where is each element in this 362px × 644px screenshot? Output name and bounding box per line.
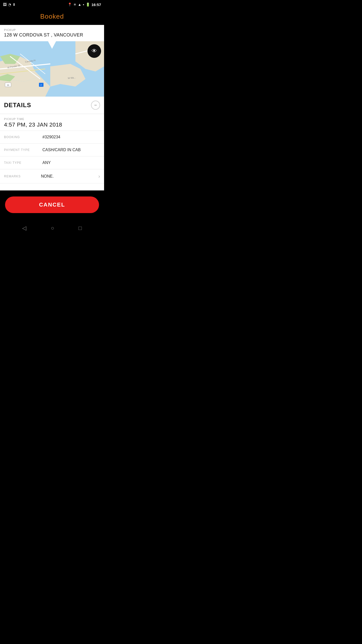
remarks-row[interactable]: REMARKS NONE. ›: [0, 169, 104, 183]
pickup-address: 128 W CORDOVA ST , VANCOUVER: [4, 32, 100, 38]
download-icon: ⬇: [13, 3, 16, 7]
collapse-icon: −: [94, 103, 97, 107]
svg-text:P: P: [40, 84, 42, 86]
collapse-button[interactable]: −: [91, 101, 100, 110]
remarks-value: NONE.: [41, 174, 96, 179]
pickup-section: PICKUP 128 W CORDOVA ST , VANCOUVER: [0, 25, 104, 41]
image-icon: 🖼: [3, 3, 7, 7]
status-icons-left: 🖼 ◔ ⬇: [3, 3, 16, 7]
app-title: Booked: [40, 13, 64, 20]
cancel-section: CANCEL: [0, 190, 104, 221]
booking-row: BOOKING #3290234: [0, 131, 104, 144]
svg-text:99: 99: [7, 84, 9, 86]
payment-type-value: CASH/CARD IN CAB: [42, 148, 100, 152]
recent-apps-icon: □: [78, 225, 82, 231]
main-content: PICKUP 128 W CORDOVA ST , VANCOUVER W Pe…: [0, 25, 104, 190]
location-icon: 📍: [68, 3, 72, 7]
clock-icon: ◔: [8, 3, 11, 7]
pickup-time-value: 4:57 PM, 23 JAN 2018: [4, 122, 100, 128]
details-title: DETAILS: [4, 102, 31, 109]
eye-button[interactable]: 👁: [87, 44, 101, 58]
remarks-label: REMARKS: [4, 175, 41, 178]
payment-type-label: PAYMENT TYPE: [4, 148, 42, 152]
taxi-type-row: TAXI TYPE ANY: [0, 156, 104, 169]
booking-value: #3290234: [42, 135, 100, 139]
home-icon: ○: [51, 225, 54, 231]
wifi-icon: ▲: [78, 3, 81, 7]
eye-icon: 👁: [92, 48, 97, 54]
status-bar: 🖼 ◔ ⬇ 📍 ✳ ▲ ▪ 🔋 16:57: [0, 0, 104, 9]
pickup-time-label: PICKUP TIME: [4, 117, 100, 120]
booking-label: BOOKING: [4, 135, 42, 139]
chevron-right-icon: ›: [98, 173, 100, 179]
map-container: W Pender St Canada Pl W Wa... 99 P 👁: [0, 41, 104, 97]
status-icons-right: 📍 ✳ ▲ ▪ 🔋 16:57: [68, 3, 101, 7]
nav-bar: ◁ ○ □: [0, 221, 104, 236]
status-time: 16:57: [92, 3, 101, 7]
back-icon: ◁: [22, 225, 26, 231]
recent-apps-button[interactable]: □: [78, 225, 82, 231]
pickup-time-section: PICKUP TIME 4:57 PM, 23 JAN 2018: [0, 114, 104, 131]
battery-icon: 🔋: [86, 3, 90, 7]
app-header: Booked: [0, 9, 104, 25]
home-button[interactable]: ○: [51, 225, 54, 231]
map-pin: [48, 41, 56, 49]
pickup-label: PICKUP: [4, 28, 100, 31]
payment-type-row: PAYMENT TYPE CASH/CARD IN CAB: [0, 144, 104, 156]
bluetooth-icon: ✳: [73, 3, 76, 7]
details-header: DETAILS −: [0, 97, 104, 114]
bottom-arrow-container: [0, 183, 104, 190]
taxi-type-label: TAXI TYPE: [4, 161, 42, 165]
cancel-button[interactable]: CANCEL: [5, 196, 99, 213]
back-button[interactable]: ◁: [22, 225, 26, 231]
taxi-type-value: ANY: [42, 160, 100, 165]
signal-icon: ▪: [83, 3, 84, 7]
bottom-arrow: [46, 183, 58, 190]
